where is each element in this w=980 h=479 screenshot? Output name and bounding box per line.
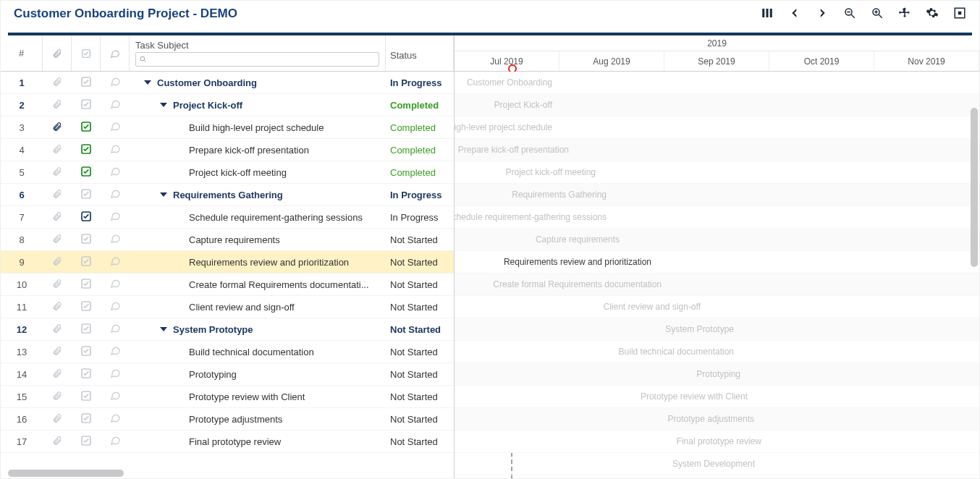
fit-icon[interactable] xyxy=(898,7,911,20)
checkbox-icon[interactable] xyxy=(72,323,101,336)
task-cell[interactable]: Prototype review with Client xyxy=(130,391,386,402)
caret-down-icon[interactable] xyxy=(160,327,167,331)
table-row[interactable]: 2Project Kick-offCompleted xyxy=(1,94,454,116)
checkbox-icon[interactable] xyxy=(72,98,101,112)
attachment-icon[interactable] xyxy=(43,211,72,224)
chat-icon[interactable] xyxy=(101,166,130,179)
task-cell[interactable]: Requirements Gathering xyxy=(130,190,386,200)
chat-icon[interactable] xyxy=(101,143,130,156)
checkbox-icon[interactable] xyxy=(72,345,101,359)
checkbox-icon[interactable] xyxy=(72,390,101,404)
caret-down-icon[interactable] xyxy=(160,192,167,197)
table-row[interactable]: 14PrototypingNot Started xyxy=(1,363,454,386)
table-row[interactable]: 10Create formal Requirements documentati… xyxy=(1,274,454,296)
chat-icon[interactable] xyxy=(101,390,130,403)
table-row[interactable]: 16Prototype adjustmentsNot Started xyxy=(1,408,454,431)
checkbox-icon[interactable] xyxy=(72,255,101,269)
columns-icon[interactable] xyxy=(761,7,774,20)
chat-icon[interactable] xyxy=(101,121,130,134)
task-cell[interactable]: Prototyping xyxy=(130,369,386,380)
caret-down-icon[interactable] xyxy=(160,103,167,107)
chat-icon[interactable] xyxy=(101,188,130,201)
attachment-icon[interactable] xyxy=(43,189,72,201)
task-cell[interactable]: Build high-level project schedule xyxy=(130,122,386,133)
task-cell[interactable]: Customer Onboarding xyxy=(130,77,386,88)
attachment-icon[interactable] xyxy=(43,323,72,336)
attachment-icon[interactable] xyxy=(43,391,72,403)
checkbox-icon[interactable] xyxy=(72,300,101,314)
task-cell[interactable]: Prototype adjustments xyxy=(130,414,386,425)
column-chat[interactable] xyxy=(101,35,130,71)
zoom-out-icon[interactable] xyxy=(843,7,856,20)
chat-icon[interactable] xyxy=(101,435,130,448)
checkbox-icon[interactable] xyxy=(72,166,101,179)
gear-icon[interactable] xyxy=(926,7,939,20)
checkbox-icon[interactable] xyxy=(72,211,101,224)
attachment-icon[interactable] xyxy=(43,368,72,381)
attachment-icon[interactable] xyxy=(43,346,72,358)
column-status[interactable]: Status xyxy=(386,35,454,71)
checkbox-icon[interactable] xyxy=(72,233,101,247)
attachment-icon[interactable] xyxy=(43,166,72,179)
chat-icon[interactable] xyxy=(101,233,130,246)
chat-icon[interactable] xyxy=(101,255,130,268)
checkbox-icon[interactable] xyxy=(72,435,101,449)
forward-arrow-icon[interactable] xyxy=(816,7,829,20)
table-row[interactable]: 9Requirements review and prioritizationN… xyxy=(1,251,454,274)
checkbox-icon[interactable] xyxy=(72,76,101,90)
caret-down-icon[interactable] xyxy=(144,80,151,85)
back-arrow-icon[interactable] xyxy=(788,7,801,20)
attachment-icon[interactable] xyxy=(43,122,72,134)
task-cell[interactable]: Final prototype review xyxy=(130,436,386,447)
task-cell[interactable]: System Prototype xyxy=(130,324,386,335)
chat-icon[interactable] xyxy=(101,345,130,358)
chat-icon[interactable] xyxy=(101,278,130,291)
task-cell[interactable]: Requirements review and prioritization xyxy=(130,257,386,268)
task-cell[interactable]: Schedule requirement-gathering sessions xyxy=(130,212,386,223)
chat-icon[interactable] xyxy=(101,323,130,336)
checkbox-icon[interactable] xyxy=(72,121,101,135)
task-cell[interactable]: Capture requirements xyxy=(130,234,386,245)
attachment-icon[interactable] xyxy=(43,279,72,291)
column-task-subject[interactable]: Task Subject xyxy=(130,35,386,71)
chat-icon[interactable] xyxy=(101,412,130,425)
attachment-icon[interactable] xyxy=(43,234,72,246)
attachment-icon[interactable] xyxy=(43,256,72,268)
attachment-icon[interactable] xyxy=(43,77,72,89)
checkbox-icon[interactable] xyxy=(72,412,101,426)
table-row[interactable]: 3Build high-level project scheduleComple… xyxy=(1,116,454,139)
attachment-icon[interactable] xyxy=(43,144,72,156)
attachment-icon[interactable] xyxy=(43,99,72,111)
table-row[interactable]: 17Final prototype reviewNot Started xyxy=(1,431,454,453)
checkbox-icon[interactable] xyxy=(72,143,101,157)
column-attach[interactable] xyxy=(43,35,72,71)
checkbox-icon[interactable] xyxy=(72,368,101,381)
checkbox-icon[interactable] xyxy=(72,278,101,292)
table-row[interactable]: 4Prepare kick-off presentationCompleted xyxy=(1,139,454,161)
table-row[interactable]: 5Project kick-off meetingCompleted xyxy=(1,161,454,184)
column-check[interactable] xyxy=(72,35,101,71)
task-cell[interactable]: Project kick-off meeting xyxy=(130,167,386,178)
zoom-in-icon[interactable] xyxy=(871,7,884,20)
table-row[interactable]: 12System PrototypeNot Started xyxy=(1,318,454,341)
search-input[interactable] xyxy=(148,54,376,64)
chat-icon[interactable] xyxy=(101,368,130,381)
checkbox-icon[interactable] xyxy=(72,188,101,202)
task-cell[interactable]: Create formal Requirements documentati..… xyxy=(130,279,386,290)
table-row[interactable]: 8Capture requirementsNot Started xyxy=(1,229,454,251)
table-row[interactable]: 15Prototype review with ClientNot Starte… xyxy=(1,386,454,408)
chat-icon[interactable] xyxy=(101,98,130,111)
attachment-icon[interactable] xyxy=(43,413,72,425)
search-input-wrap[interactable] xyxy=(135,52,379,67)
chat-icon[interactable] xyxy=(101,211,130,224)
chat-icon[interactable] xyxy=(101,76,130,89)
table-row[interactable]: 6Requirements GatheringIn Progress xyxy=(1,184,454,206)
task-cell[interactable]: Build technical documentation xyxy=(130,347,386,357)
table-row[interactable]: 11Client review and sign-offNot Started xyxy=(1,296,454,318)
chat-icon[interactable] xyxy=(101,300,130,313)
column-num[interactable]: # xyxy=(1,35,43,71)
fullscreen-icon[interactable] xyxy=(953,7,966,20)
table-row[interactable]: 1Customer OnboardingIn Progress xyxy=(1,72,454,94)
table-row[interactable]: 13Build technical documentationNot Start… xyxy=(1,341,454,363)
task-cell[interactable]: Prepare kick-off presentation xyxy=(130,145,386,156)
